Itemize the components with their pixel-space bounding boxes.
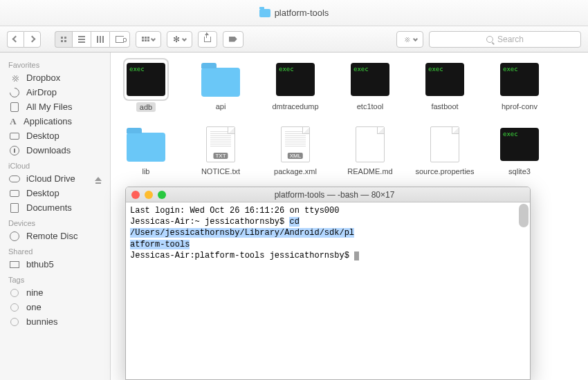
file-icon: exec (499, 61, 540, 98)
share-button[interactable] (198, 31, 217, 48)
dropbox-icon: ⨳ (403, 34, 412, 44)
pc-icon (8, 260, 21, 269)
icon-view-button[interactable] (55, 31, 72, 48)
terminal-title: platform-tools — -bash — 80×17 (275, 190, 395, 200)
tag-icon (8, 288, 21, 298)
files-icon (8, 102, 21, 112)
zoom-button[interactable] (158, 191, 166, 199)
file-item[interactable]: source.properties (423, 126, 466, 175)
sidebar-item-desktop[interactable]: Desktop (0, 129, 110, 143)
file-icon (425, 126, 465, 163)
window-title: platform-tools (275, 8, 329, 18)
file-item[interactable]: exec hprof-conv (498, 61, 541, 112)
view-group (55, 31, 130, 48)
file-label: README.md (347, 167, 392, 175)
file-item[interactable]: exec sqlite3 (498, 126, 541, 175)
file-icon: exec (350, 61, 390, 98)
file-item[interactable]: README.md (349, 126, 392, 175)
file-icon: exec (425, 61, 465, 98)
dropbox-button[interactable]: ⨳ (396, 31, 423, 48)
sidebar-item-allfiles[interactable]: All My Files (0, 99, 110, 114)
file-label: fastboot (431, 102, 458, 111)
sidebar-item-iclouddrive[interactable]: iCloud Drive (0, 171, 110, 186)
sidebar-tag-bunnies[interactable]: bunnies (0, 314, 110, 329)
sidebar-item-documents[interactable]: Documents (0, 200, 110, 215)
sidebar-item-airdrop[interactable]: AirDrop (0, 85, 110, 99)
file-item[interactable]: XML package.xml (274, 126, 317, 175)
group-by-button[interactable] (136, 31, 161, 48)
sidebar-header-shared: Shared (0, 243, 110, 257)
forward-button[interactable] (24, 31, 41, 48)
file-icon: XML (275, 126, 315, 163)
file-label: dmtracedump (272, 102, 318, 111)
minimize-button[interactable] (145, 191, 153, 199)
share-icon (204, 37, 211, 42)
column-view-button[interactable] (91, 31, 109, 48)
cursor-icon (354, 251, 359, 260)
chevron-down-icon (413, 37, 418, 41)
desktop-icon (8, 189, 21, 198)
file-label: etc1tool (357, 102, 384, 111)
sidebar-header-icloud: iCloud (0, 158, 110, 171)
sidebar-item-remotedisc[interactable]: Remote Disc (0, 229, 110, 243)
downloads-icon (8, 146, 21, 155)
terminal-line: Jessicas-Air:~ jessicathornsby$ cd /User… (130, 216, 526, 238)
file-item[interactable]: exec fastboot (423, 61, 466, 112)
back-button[interactable] (7, 31, 24, 48)
sidebar-item-bthub5[interactable]: bthub5 (0, 257, 110, 272)
tag-icon (229, 37, 237, 42)
tag-icon (8, 303, 21, 312)
terminal-line: Jessicas-Air:platform-tools jessicathorn… (130, 250, 526, 261)
close-button[interactable] (131, 191, 140, 199)
file-label: api (216, 102, 226, 111)
file-item[interactable]: exec dmtracedump (274, 61, 317, 112)
sidebar-item-applications[interactable]: Applications (0, 114, 110, 129)
cloud-icon (8, 174, 21, 184)
sidebar-header-favorites: Favorites (0, 57, 110, 70)
sidebar-tag-one[interactable]: one (0, 300, 110, 314)
terminal-body[interactable]: Last login: Wed Oct 26 16:11:26 on ttys0… (126, 202, 530, 379)
search-icon (486, 36, 493, 43)
folder-icon (261, 191, 271, 198)
airdrop-icon (8, 88, 21, 97)
search-input[interactable]: Search (429, 31, 581, 48)
sidebar-item-downloads[interactable]: Downloads (0, 143, 110, 158)
file-item[interactable]: exec adb (125, 61, 167, 112)
chevron-left-icon (12, 36, 19, 43)
terminal-line: atform-tools (130, 239, 526, 250)
file-label: sqlite3 (508, 167, 531, 175)
file-icon (350, 126, 390, 163)
tags-button[interactable] (223, 31, 244, 48)
folder-icon (259, 9, 270, 17)
eject-icon[interactable] (95, 177, 102, 181)
dropbox-icon: ⨳ (8, 73, 21, 83)
file-label: package.xml (274, 167, 317, 175)
traffic-lights (131, 191, 166, 199)
file-item[interactable]: TXT NOTICE.txt (199, 126, 242, 175)
file-icon (126, 126, 166, 163)
gear-icon: ✻ (173, 35, 180, 44)
terminal-titlebar[interactable]: platform-tools — -bash — 80×17 (126, 187, 530, 202)
file-icon: TXT (201, 126, 241, 163)
file-item[interactable]: lib (125, 126, 167, 175)
applications-icon (8, 117, 18, 126)
sidebar-item-dropbox[interactable]: ⨳Dropbox (0, 70, 110, 85)
tag-icon (8, 317, 21, 327)
document-icon (8, 203, 21, 213)
terminal-window[interactable]: platform-tools — -bash — 80×17 Last logi… (125, 187, 531, 380)
file-item[interactable]: exec etc1tool (349, 61, 392, 112)
sidebar-tag-nine[interactable]: nine (0, 285, 110, 300)
sidebar: Favorites ⨳Dropbox AirDrop All My Files … (0, 53, 111, 380)
list-icon (78, 36, 85, 43)
file-item[interactable]: api (199, 61, 242, 112)
action-button[interactable]: ✻ (167, 31, 192, 48)
list-view-button[interactable] (72, 31, 91, 48)
search-placeholder: Search (497, 35, 524, 44)
chevron-down-icon (182, 37, 187, 41)
cover-view-button[interactable] (109, 31, 130, 48)
scrollbar-thumb[interactable] (519, 204, 529, 227)
grid-icon (61, 37, 66, 42)
terminal-line: Last login: Wed Oct 26 16:11:26 on ttys0… (130, 205, 526, 216)
sidebar-item-icloud-desktop[interactable]: Desktop (0, 186, 110, 200)
toolbar: ✻ ⨳ Search (0, 26, 588, 53)
